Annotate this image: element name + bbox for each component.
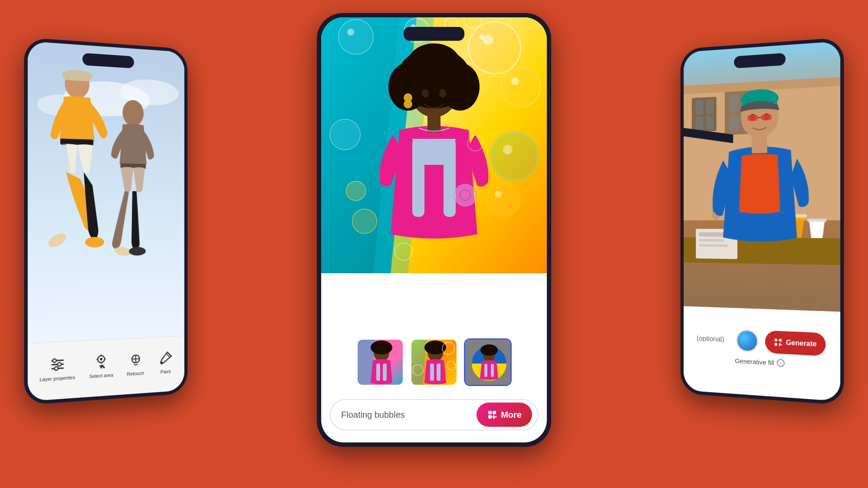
color-circle[interactable] [736,329,758,353]
svg-point-70 [353,210,376,233]
left-photo-svg [28,41,184,346]
app-scene: Layer properties [0,0,868,488]
tool-label-retouch: Retouch [127,370,144,377]
svg-rect-116 [807,219,827,222]
healing-icon [127,351,144,369]
svg-point-18 [57,363,61,367]
svg-point-60 [502,68,539,105]
left-photo-area [28,41,184,346]
phone-left: Layer properties [24,37,187,405]
cursor-icon [92,353,110,371]
svg-point-48 [483,35,493,45]
svg-rect-130 [779,339,782,341]
optional-text: (optional) [697,334,729,344]
svg-rect-6 [64,71,90,82]
svg-point-68 [347,182,365,200]
svg-rect-100 [488,415,492,419]
svg-rect-96 [484,364,487,377]
generate-icon [487,409,497,420]
svg-point-55 [347,29,354,36]
thumb-1-svg [358,340,404,386]
tool-label-paint: Paint [161,369,171,375]
svg-rect-129 [774,339,777,341]
svg-rect-97 [491,364,494,377]
thumbnail-1[interactable] [356,338,404,386]
more-button[interactable]: More [477,403,532,427]
more-button-label: More [501,410,522,420]
svg-rect-45 [427,115,441,132]
tool-select-area[interactable]: Select area [89,352,113,380]
svg-rect-120 [699,244,728,247]
svg-point-41 [422,89,429,98]
svg-point-42 [439,89,446,98]
info-icon[interactable]: i [777,359,785,367]
svg-rect-131 [774,343,777,346]
svg-rect-119 [699,239,724,242]
prompt-text: Floating bubbles [341,410,472,420]
right-photo-area [684,41,840,319]
tool-layer-properties[interactable]: Layer properties [39,354,75,383]
phone-right: (optional) Generate [681,37,844,405]
svg-point-63 [491,133,537,179]
svg-point-47 [470,23,520,73]
svg-point-44 [404,100,412,108]
thumb-3-svg [465,340,512,386]
tool-retouch[interactable]: Retouch [127,351,144,377]
svg-point-21 [100,358,102,360]
thumbnail-2[interactable] [410,338,458,386]
tool-paint[interactable]: Paint [158,349,174,375]
generate-button[interactable]: Generate [765,331,826,357]
svg-rect-107 [696,117,703,130]
svg-rect-126 [747,115,758,121]
svg-rect-83 [383,364,387,381]
svg-point-74 [488,184,519,215]
svg-rect-98 [488,411,492,414]
svg-point-17 [53,359,56,363]
svg-point-64 [503,145,513,154]
center-notch [404,27,464,41]
thumb-2-svg [411,340,458,386]
svg-point-40 [408,43,460,82]
generate-btn-icon [773,338,782,347]
brush-icon [158,349,174,367]
center-main-image [321,17,547,273]
right-photo-svg [684,41,840,319]
svg-rect-88 [430,364,434,381]
svg-rect-82 [376,364,380,381]
svg-rect-105 [696,100,703,115]
svg-rect-127 [761,114,772,121]
svg-point-19 [54,367,58,370]
generative-fill-label: Generative fill [735,357,774,366]
prompt-bar[interactable]: Floating bubbles More [330,399,538,430]
svg-point-54 [339,20,372,53]
left-toolbar: Layer properties [28,336,184,401]
svg-rect-110 [729,95,740,112]
svg-rect-108 [706,116,713,129]
generate-area: (optional) Generate [684,306,840,393]
svg-point-76 [454,184,476,206]
svg-point-61 [511,77,519,85]
tool-label-layer-properties: Layer properties [39,375,75,383]
svg-rect-89 [437,364,441,381]
svg-rect-106 [706,99,713,114]
generative-fill-row: Generative fill i [735,357,785,367]
svg-point-49 [479,34,484,39]
svg-point-81 [371,341,392,354]
thumbnail-3[interactable] [464,338,512,386]
svg-rect-112 [729,115,740,132]
svg-point-75 [495,191,502,198]
main-image-svg [321,17,547,273]
tool-label-select-area: Select area [89,372,113,380]
svg-point-66 [331,120,359,149]
sliders-icon [49,355,66,373]
generate-row: (optional) Generate [690,327,833,357]
thumbnails-row [321,334,547,390]
phone-center: Floating bubbles More [317,13,551,447]
svg-point-95 [480,344,498,356]
svg-rect-99 [493,411,496,414]
generate-button-label: Generate [786,339,817,348]
svg-point-87 [424,341,446,354]
left-photo-background [28,41,184,346]
